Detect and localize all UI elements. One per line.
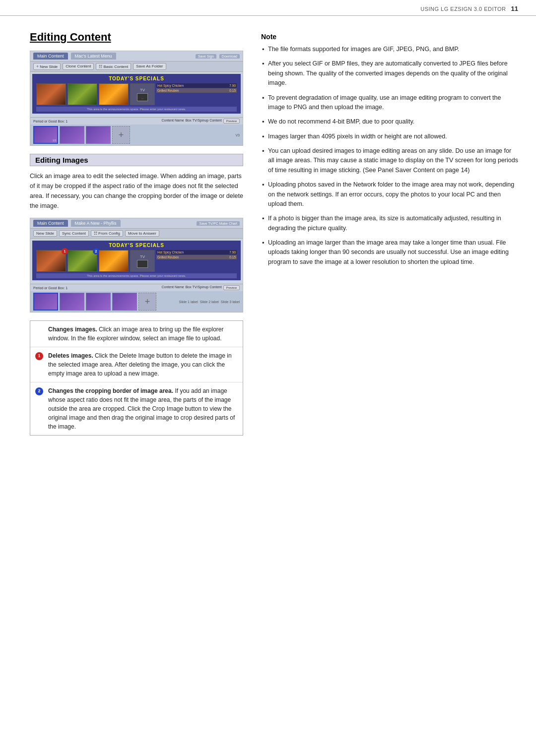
tab-main-content[interactable]: Main Content <box>33 53 68 60</box>
callout-badge-1: 1 <box>35 352 43 360</box>
screenshot2-actions: New Slide Sync Content ☷ From Config Mov… <box>30 229 243 239</box>
thumb-3[interactable] <box>86 126 111 144</box>
thumb2-3[interactable] <box>86 293 111 311</box>
left-column: Editing Content Main Content Mac's Lates… <box>30 31 243 436</box>
specials-title-1: TODAY'S SPECIALS <box>36 76 237 81</box>
callout-row-0: Changes images. Click an image area to b… <box>30 321 243 347</box>
callout-spacer-0 <box>35 325 45 343</box>
btn2-move-to-answer[interactable]: Move to Answer <box>125 230 159 237</box>
thumb2-4[interactable] <box>112 293 137 311</box>
screenshot2-toolbar: Main Content Make A New - Phyllis Save T… <box>30 218 243 229</box>
main-content: Editing Content Main Content Mac's Lates… <box>0 16 536 450</box>
tab-latest-menu[interactable]: Mac's Latest Menu <box>71 53 116 60</box>
content-type-btns: Content Name Box TV/Spinup Content Previ… <box>161 119 240 124</box>
thumb-nav: V3 <box>235 133 240 137</box>
page-header: USING LG EZSIGN 3.0 EDITOR 11 <box>0 0 536 16</box>
period-label-2: Period or Good Box: 1 <box>33 286 67 290</box>
specials-images-2: 1 2 TV <box>36 250 237 272</box>
screenshot-2: Main Content Make A New - Phyllis Save T… <box>30 218 243 313</box>
food-img-2b <box>67 250 97 272</box>
food-img-2a <box>36 250 66 272</box>
body-text: Click an image area to edit the selected… <box>30 171 243 211</box>
content-type-btns-2: Content Name Box TV/Spinup Content Previ… <box>161 285 240 290</box>
specials-images-1: TV ␣ Hot Spicy Chicken7.90 Grilled Reube… <box>36 83 237 105</box>
btn-save-as-folder[interactable]: Save As Folder <box>133 63 166 70</box>
screenshot2-specials: TODAY'S SPECIALS 1 2 <box>32 241 241 280</box>
period-label: Period or Good Box: 1 <box>33 120 67 123</box>
thumbnail-strip-1: 1/3 + V3 <box>30 125 243 145</box>
btn2-new-slide[interactable]: New Slide <box>33 230 57 237</box>
specials-title-2: TODAY'S SPECIALS <box>36 243 237 248</box>
callout-badge-2: 2 <box>35 387 43 395</box>
tab2-main-content[interactable]: Main Content <box>33 220 68 227</box>
food-img-2 <box>67 83 97 105</box>
btn-preview-2[interactable]: Preview <box>223 285 240 290</box>
screenshot1-bottom-bar: Period or Good Box: 1 Content Name Box T… <box>30 117 243 125</box>
price-list-1: Hot Spicy Chicken7.90 Grilled Reuben0.15 <box>156 83 237 93</box>
btn-basic-content[interactable]: ☷ Basic Content <box>96 63 131 70</box>
screenshot1-actions: + New Slide Clone Content ☷ Basic Conten… <box>30 62 243 72</box>
food-img-3 <box>99 83 129 105</box>
food-img-tv-2: TV <box>130 250 155 272</box>
note-item-4: Images larger than 4095 pixels in width … <box>261 132 518 141</box>
note-list: The file formats supported for images ar… <box>261 45 518 267</box>
thumbnail-strip-2: + Slide 1 labelSlide 2 labelSlide 3 labe… <box>30 291 243 312</box>
callout-row-2: 2 Changes the cropping border of image a… <box>30 382 243 435</box>
badge-1: 1 <box>62 248 68 254</box>
food-img-1 <box>36 83 66 105</box>
btn-new-slide[interactable]: + New Slide <box>33 63 61 70</box>
note-title: Note <box>261 33 518 41</box>
note-section: Note The file formats supported for imag… <box>261 31 518 267</box>
thumb2-2[interactable] <box>60 293 84 311</box>
food-img-2c <box>99 250 129 272</box>
header-label: USING LG EZSIGN 3.0 EDITOR <box>420 6 506 12</box>
thumb2-add[interactable]: + <box>138 293 156 311</box>
screenshot2-content: TODAY'S SPECIALS 1 2 <box>30 239 243 284</box>
thumb-1[interactable]: 1/3 <box>33 126 58 144</box>
page-title: Editing Content <box>30 31 243 44</box>
tab2-latest-menu[interactable]: Make A New - Phyllis <box>71 220 121 227</box>
note-item-8: Uploading an image larger than the image… <box>261 238 518 267</box>
note-item-1: After you select GIF or BMP files, they … <box>261 59 518 88</box>
callout-text-2: Changes the cropping border of image are… <box>48 386 238 431</box>
food-img-tv: TV ␣ <box>130 83 155 105</box>
thumb-2[interactable] <box>60 126 84 144</box>
screenshot2-bottom-bar: Period or Good Box: 1 Content Name Box T… <box>30 284 243 291</box>
note-item-3: We do not recommend 4-bit BMP, due to po… <box>261 117 518 126</box>
subsection-title: Editing Images <box>30 154 243 166</box>
img-wrapper-2: 2 <box>67 250 97 272</box>
thumb2-1[interactable] <box>33 293 58 311</box>
tab-save-sign[interactable]: Save Sign <box>196 54 216 59</box>
announcement-2: This area is the announcements space. Pl… <box>36 273 237 278</box>
note-item-7: If a photo is bigger than the image area… <box>261 214 518 233</box>
announcement-1: This area is the announcements space. Pl… <box>36 107 237 112</box>
btn2-sync-content[interactable]: Sync Content <box>59 230 89 237</box>
screenshot-1: Main Content Mac's Latest Menu Save Sign… <box>30 51 243 146</box>
callout-text-0: Changes images. Click an image area to b… <box>48 325 238 343</box>
callout-row-1: 1 Deletes images. Click the Delete Image… <box>30 347 243 382</box>
btn-clone-content[interactable]: Clone Content <box>63 63 94 70</box>
note-item-5: You can upload desired images to image e… <box>261 146 518 175</box>
callout-text-1: Deletes images. Click the Delete Image b… <box>48 351 238 378</box>
badge-2: 2 <box>93 248 99 254</box>
screenshot1-toolbar: Main Content Mac's Latest Menu Save Sign… <box>30 51 243 62</box>
note-item-2: To prevent degradation of image quality,… <box>261 93 518 113</box>
price-list-2: Hot Spicy Chicken7.90 Grilled Reuben0.15 <box>156 250 237 259</box>
callout-box: Changes images. Click an image area to b… <box>30 320 243 436</box>
btn-preview[interactable]: Preview <box>223 119 240 124</box>
note-item-0: The file formats supported for images ar… <box>261 45 518 54</box>
thumb2-labels: Slide 1 labelSlide 2 labelSlide 3 label <box>179 300 240 304</box>
btn2-from-config[interactable]: ☷ From Config <box>91 230 123 237</box>
thumb-add[interactable]: + <box>112 126 130 144</box>
note-item-6: Uploading photos saved in the Network fo… <box>261 180 518 209</box>
page-number: 11 <box>511 5 518 12</box>
screenshot1-content: TODAY'S SPECIALS TV ␣ <box>30 72 243 117</box>
right-column: Note The file formats supported for imag… <box>261 31 518 436</box>
img-wrapper-1: 1 <box>36 250 66 272</box>
tab-download[interactable]: Download <box>219 54 240 59</box>
screenshot1-specials: TODAY'S SPECIALS TV ␣ <box>32 74 241 114</box>
tab2-save[interactable]: Save TV/PC Make Chart <box>197 221 240 226</box>
